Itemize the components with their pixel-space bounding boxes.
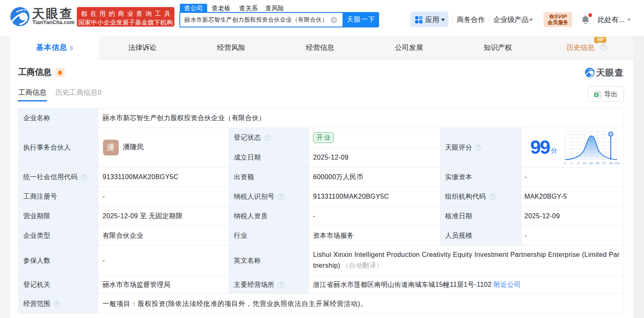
svg-text:1: 1 [571,161,572,165]
svg-text:100: 100 [615,161,620,165]
svg-text:50: 50 [589,161,593,165]
svg-text:3: 3 [577,161,579,165]
svg-text:99: 99 [609,161,612,165]
svg-text:15: 15 [583,161,586,165]
svg-text:85: 85 [596,161,599,165]
svg-text:97: 97 [602,161,606,165]
svg-text:0: 0 [564,161,566,165]
